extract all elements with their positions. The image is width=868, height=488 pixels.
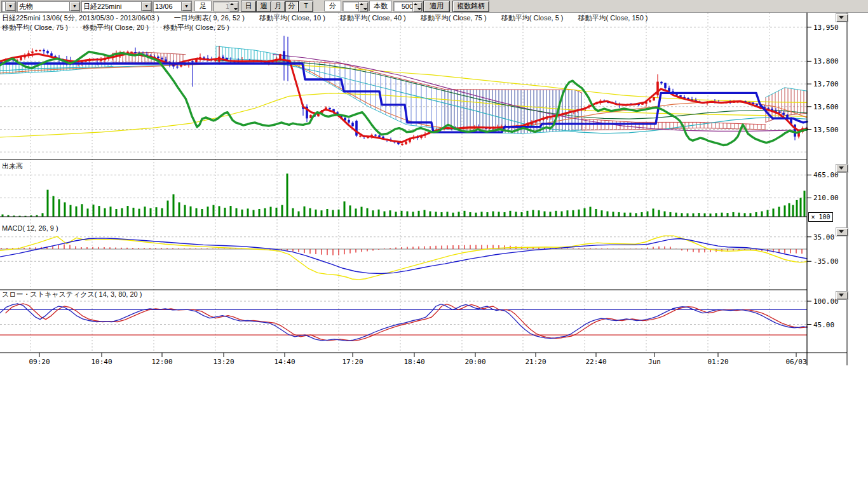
stochastics-panel-title: スロー・ストキャスティクス( 14, 3, 80, 20 ) [2, 290, 142, 299]
contract-month-combobox-value: 13/06 [153, 3, 181, 10]
bar-count-label: 本数 [369, 1, 392, 11]
svg-text:465.00: 465.00 [813, 171, 839, 179]
legend-ma20: 移動平均( Close, 20 ) [83, 24, 149, 31]
mini-combobox[interactable]: ▼ [1, 1, 16, 12]
period-week-button[interactable]: 週 [256, 1, 271, 12]
chart-canvas[interactable]: 13,95013,80013,70013,60013,500465.00210.… [0, 0, 868, 488]
svg-text:13,800: 13,800 [813, 57, 839, 65]
svg-text:13,700: 13,700 [813, 80, 839, 88]
svg-text:Jun: Jun [648, 358, 661, 366]
indicator-legend-row-2: 移動平均( Close, 75 )移動平均( Close, 20 )移動平均( … [2, 23, 244, 32]
symbol-combobox[interactable]: 日経225mini ▼ [81, 1, 152, 12]
svg-text:20:00: 20:00 [465, 358, 485, 366]
period-month-button[interactable]: 月 [271, 1, 285, 12]
svg-text:13,950: 13,950 [813, 24, 839, 32]
svg-text:10:40: 10:40 [91, 358, 112, 366]
chart-svg: 13,95013,80013,70013,60013,500465.00210.… [0, 0, 868, 488]
svg-text:45.00: 45.00 [813, 321, 834, 329]
macd-panel-dropdown-button[interactable] [836, 227, 848, 236]
volume-panel-dropdown-button[interactable] [836, 164, 848, 173]
instrument-combobox[interactable]: 先物 ▼ [17, 1, 80, 12]
legend-ichimoku: 一目均衡表( 9, 26, 52 ) [174, 14, 245, 22]
svg-text:01:20: 01:20 [707, 358, 728, 366]
toolbar: ▼ 先物 ▼ 日経225mini ▼ 13/06 ▼ 足 1 日 週 月 分 T… [0, 0, 868, 13]
macd-panel-title: MACD( 12, 26, 9 ) [2, 224, 58, 232]
price-panel-dropdown-button[interactable] [836, 13, 848, 22]
svg-text:100.00: 100.00 [813, 297, 839, 306]
indicator-legend-row-1: 日経225mini 13/06( 5分, 2013/05/30 - 2013/0… [2, 13, 663, 23]
chevron-down-icon[interactable]: ▼ [141, 2, 151, 11]
legend-ma25: 移動平均( Close, 25 ) [163, 24, 229, 31]
volume-multiplier-badge: × 100 [808, 212, 833, 222]
legend-ma5: 移動平均( Close, 5 ) [501, 14, 564, 22]
svg-text:18:40: 18:40 [403, 358, 424, 366]
instrument-combobox-value: 先物 [17, 2, 69, 11]
minute-spin-button[interactable] [358, 1, 369, 12]
chevron-down-icon [839, 166, 844, 170]
legend-ma150: 移動平均( Close, 150 ) [578, 14, 648, 22]
svg-text:13,500: 13,500 [813, 126, 839, 134]
svg-text:09:20: 09:20 [29, 358, 50, 366]
legend-ma40: 移動平均( Close, 40 ) [340, 14, 406, 22]
chevron-down-icon[interactable]: ▼ [181, 2, 191, 11]
svg-text:35.00: 35.00 [813, 233, 834, 241]
chevron-down-icon[interactable]: ▼ [69, 2, 79, 11]
chevron-down-icon [839, 230, 844, 233]
app-window: ▼ 先物 ▼ 日経225mini ▼ 13/06 ▼ 足 1 日 週 月 分 T… [0, 0, 868, 488]
svg-text:21:20: 21:20 [525, 358, 546, 366]
svg-text:12:00: 12:00 [151, 358, 172, 366]
svg-text:17:20: 17:20 [342, 358, 363, 366]
period-day-button[interactable]: 日 [241, 1, 256, 12]
svg-text:06/03: 06/03 [785, 358, 806, 366]
bar-type-label: 足 [194, 1, 212, 11]
period-tick-button[interactable]: T [299, 1, 313, 12]
symbol-combobox-value: 日経225mini [81, 2, 141, 11]
legend-symbol: 日経225mini 13/06( 5分, 2013/05/30 - 2013/0… [2, 14, 159, 22]
apply-button[interactable]: 適用 [423, 1, 450, 12]
chevron-down-icon [839, 16, 844, 19]
svg-text:22:40: 22:40 [585, 358, 606, 366]
svg-text:210.00: 210.00 [813, 194, 839, 202]
bar-count-field[interactable]: 500 [393, 1, 415, 11]
svg-text:13,600: 13,600 [813, 103, 839, 111]
bar-interval-spin-button[interactable] [229, 1, 239, 12]
period-minute-button[interactable]: 分 [285, 1, 299, 12]
legend-ma10: 移動平均( Close, 10 ) [259, 14, 325, 22]
legend-ma75: 移動平均( Close, 75 ) [421, 14, 487, 22]
svg-text:14:40: 14:40 [274, 358, 295, 366]
multi-symbol-button[interactable]: 複数銘柄 [452, 1, 489, 12]
minute-label: 分 [324, 1, 341, 11]
volume-panel-title: 出来高 [2, 161, 23, 171]
chevron-down-icon[interactable]: ▼ [5, 2, 15, 11]
bar-count-spin-button[interactable] [412, 1, 423, 12]
stochastics-panel-dropdown-button[interactable] [836, 291, 848, 300]
svg-text:-35.00: -35.00 [813, 257, 839, 266]
contract-month-combobox[interactable]: 13/06 ▼ [153, 1, 192, 12]
legend-ma75b: 移動平均( Close, 75 ) [2, 24, 68, 31]
chevron-down-icon [839, 294, 844, 297]
svg-text:13:20: 13:20 [213, 358, 234, 366]
